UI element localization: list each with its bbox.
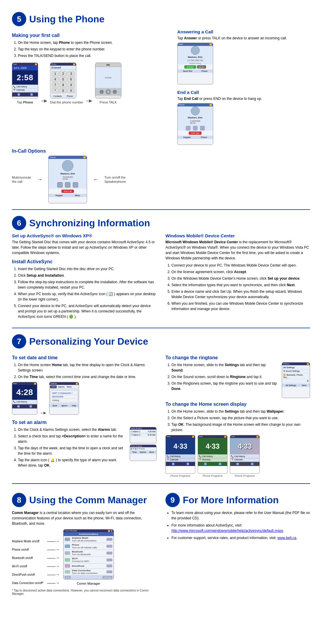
key-8[interactable]: 8 xyxy=(59,83,67,88)
key-hash[interactable]: # xyxy=(67,88,75,93)
dp-label: DirectPush on/off xyxy=(12,572,44,578)
ringtone-row-gear[interactable]: ⚙ xyxy=(283,379,309,383)
activesync-setup-desc: The Getting Started Disc that comes with… xyxy=(12,239,157,256)
settings-tab-more[interactable]: More xyxy=(66,386,72,388)
d-pad[interactable] xyxy=(106,89,111,95)
key-0[interactable]: 0 xyxy=(59,88,67,93)
answer-screen-header: Start📶 xyxy=(178,43,213,46)
keypad-top-bar: Phone📶 xyxy=(50,63,76,66)
install-steps: Insert the Getting Started Disc into the… xyxy=(12,266,157,319)
ringtone-row-2[interactable]: 📶 Bluetooth, Phone, Sou... xyxy=(283,373,309,379)
comm-dp-text: DirectPush xyxy=(72,565,105,567)
section-7-title: Personalizing Your Device xyxy=(29,336,148,347)
directpush-comm-icon[interactable] xyxy=(65,564,70,568)
keypad-grid[interactable]: 1 2 3 4 5 6 7 8 9 * 0 # xyxy=(50,70,76,95)
speaker-icon[interactable] xyxy=(193,126,198,131)
comm-exit-btn[interactable]: Exit xyxy=(65,576,71,579)
comm-manager-title: Communications xyxy=(64,532,114,536)
comm-arrows-col: ——→ ——→ ——→ ——→ ——→ ——→ xyxy=(47,529,60,586)
bluetooth-comm-icon[interactable] xyxy=(65,551,70,555)
home-list: 📞 Call History 📅 Calendar xyxy=(12,85,38,92)
airplane-label: Airplane Mode on/off xyxy=(12,538,44,544)
in-call-body: Madsen, Elm Connected02:09 xyxy=(49,159,87,189)
section-6-cols: Set up ActiveSync® on Windows XP® The Ge… xyxy=(12,233,310,322)
section-8-header: 8 Using the Comm Manager xyxy=(12,493,157,507)
phone-comm-icon[interactable] xyxy=(65,544,70,548)
airplane-toggle[interactable] xyxy=(106,538,112,541)
home-photo-nav xyxy=(230,462,259,466)
in-call-end-button[interactable]: End Call xyxy=(61,190,74,193)
in-call-keypad-icon[interactable] xyxy=(65,182,70,188)
set-date-title: To set date and time xyxy=(12,355,157,360)
dataconn-comm-icon[interactable] xyxy=(65,570,70,574)
key-7[interactable]: 7 xyxy=(52,83,59,88)
home-blue-bar: Start📶 xyxy=(166,435,195,438)
settings-tab-alarm[interactable]: Alarms xyxy=(57,386,66,388)
speaker-label: Turn on/off theSpeakerphone xyxy=(104,175,126,184)
comm-settings-btn[interactable]: Settings xyxy=(103,576,112,579)
arrow-airplane: ——→ xyxy=(47,538,60,544)
home-blue-nav-2 xyxy=(187,463,189,465)
key-2[interactable]: 2 xyxy=(59,71,67,76)
comm-phone: Comm Manager📶 🔋 Communications Airplane … xyxy=(63,529,114,580)
bt-toggle[interactable] xyxy=(106,552,112,555)
section-6-title: Synchronizing Information xyxy=(29,218,150,229)
home-photo-clock: 4·33 xyxy=(230,438,259,454)
home-green-content: 📞 Call History 📅 Directory xyxy=(198,454,227,462)
key-6[interactable]: 6 xyxy=(67,77,75,82)
install-step-3: Follow the step-by-step instructions to … xyxy=(18,279,157,290)
section-9-header: 9 For More Information xyxy=(165,493,310,507)
in-call-options-section: In-Call Options Mute/unmutethe call → Ph… xyxy=(12,148,310,203)
ringtone-bottom: All SettingsNext xyxy=(282,384,310,387)
talk-btn[interactable] xyxy=(113,90,117,94)
info-bullet-1: To learn more about using your device, p… xyxy=(171,510,310,521)
section-5-content: Making your first call On the Home scree… xyxy=(12,29,310,145)
in-call-end-row: End Call xyxy=(49,189,87,194)
ignore-button[interactable]: Ignore xyxy=(197,65,206,69)
in-call-status: Connected02:09 xyxy=(63,176,73,180)
key-3[interactable]: 3 xyxy=(67,71,75,76)
in-call-speaker-icon[interactable] xyxy=(73,182,78,188)
end-call-btn-row: End Call xyxy=(178,131,213,136)
phone-toggle[interactable] xyxy=(106,545,112,548)
home-green-bar: Start📶 xyxy=(198,435,227,438)
key-1[interactable]: 1 xyxy=(52,71,59,76)
airplane-mode-icon[interactable] xyxy=(65,538,70,541)
phone-home-screen: Start📶 Jul 6, 2009 2:58 📞 Call History 📅… xyxy=(12,63,38,98)
add-call-icon[interactable] xyxy=(200,126,205,131)
settings-tab-active[interactable]: Time xyxy=(50,386,56,388)
personalize-left: To set date and time On the Home screen … xyxy=(12,352,157,477)
wifi-toggle[interactable] xyxy=(106,558,112,561)
comm-footer: Exit Settings xyxy=(64,575,114,579)
in-call-mute-icon[interactable] xyxy=(57,182,63,188)
ringtone-row-1[interactable]: ⚙ Sound Settings xyxy=(283,369,309,373)
mute-label: Mute/unmutethe call xyxy=(12,175,31,184)
dial-label: Dial the phone number xyxy=(50,100,83,104)
dp-toggle[interactable] xyxy=(106,564,112,567)
making-first-call-title: Making your first call xyxy=(12,33,171,38)
activesync-link[interactable]: http://www.microsoft.com/windowsmobile/h… xyxy=(171,529,283,533)
end-call-button[interactable]: End Call xyxy=(189,131,201,135)
dc-toggle[interactable] xyxy=(106,570,112,573)
change-display-steps: On the Home screen, slide to the Setting… xyxy=(165,409,310,433)
mute-icon[interactable] xyxy=(186,126,191,131)
key-4[interactable]: 4 xyxy=(52,77,59,82)
answer-button[interactable]: Answer xyxy=(184,65,196,69)
device-keypad: Phone📶 Entered 1 2 3 4 5 6 7 xyxy=(50,63,83,104)
tap-phone-label: Tap Phone xyxy=(12,100,38,104)
ringtone-step-2: On the Sound screen, scroll down to Ring… xyxy=(171,374,279,380)
wmc-step-2: On the license agreement screen, click A… xyxy=(171,269,310,275)
key-9[interactable]: 9 xyxy=(67,83,75,88)
answer-btn-row: Answer Ignore xyxy=(178,64,213,69)
bell-link[interactable]: www.bell.ca xyxy=(277,536,296,540)
arrow-2: - - ► xyxy=(86,98,92,104)
wifi-comm-icon[interactable] xyxy=(65,558,70,562)
clock-device-row: Start📶 4:28 📞 Call History xyxy=(12,382,157,416)
in-call-icon-row xyxy=(57,182,78,188)
wmc-step-5: Enter a device name and click Set Up. Wh… xyxy=(171,289,310,300)
section-7-header: 7 Personalizing Your Device xyxy=(12,334,310,349)
key-star[interactable]: * xyxy=(52,88,59,93)
date-step-2: On the Time tab, select the correct time… xyxy=(18,374,157,380)
key-5[interactable]: 5 xyxy=(59,77,67,82)
back-btn[interactable] xyxy=(100,90,104,94)
